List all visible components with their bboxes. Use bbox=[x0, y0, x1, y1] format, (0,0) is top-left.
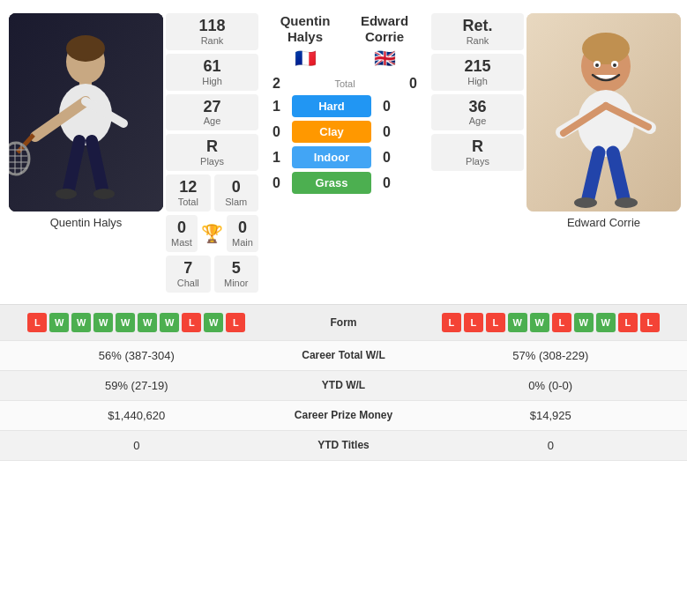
left-plays-val: R bbox=[168, 138, 256, 156]
left-chall-val: 7 bbox=[168, 260, 208, 278]
stat-right-2: $14,925 bbox=[428, 409, 675, 422]
right-age-lbl: Age bbox=[434, 115, 521, 126]
scores-surfaces: 2 Total 0 1 Hard 0 0 Clay 0 1 Indo bbox=[261, 76, 429, 197]
left-age-val: 27 bbox=[168, 99, 256, 116]
clay-button[interactable]: Clay bbox=[292, 121, 371, 143]
right-player-name-header: Edward Corrie bbox=[345, 13, 424, 45]
left-minor-lbl: Minor bbox=[217, 278, 257, 288]
clay-row: 0 Clay 0 bbox=[261, 121, 429, 143]
left-chall-minor: 7 Chall 5 Minor bbox=[166, 256, 258, 293]
form-label: Form bbox=[260, 316, 428, 329]
form-badge-w: W bbox=[596, 313, 616, 332]
indoor-button[interactable]: Indoor bbox=[292, 146, 371, 168]
left-mast-main: 0 Mast 🏆 0 Main bbox=[166, 215, 258, 252]
right-rank-box: Ret. Rank bbox=[431, 13, 524, 50]
left-player-name-below: Quentin Halys bbox=[50, 212, 123, 232]
right-high-lbl: High bbox=[434, 76, 521, 86]
grass-button[interactable]: Grass bbox=[292, 172, 371, 194]
right-high-val: 215 bbox=[434, 58, 521, 76]
right-rank-val: Ret. bbox=[434, 18, 521, 35]
stat-right-3: 0 bbox=[428, 439, 675, 452]
left-total-val: 12 bbox=[168, 179, 208, 197]
form-badge-l: L bbox=[27, 313, 47, 332]
total-score-left: 2 bbox=[261, 76, 292, 92]
stat-left-3: 0 bbox=[13, 439, 260, 452]
form-badge-w: W bbox=[508, 313, 527, 332]
total-label: Total bbox=[292, 78, 398, 89]
grass-row: 0 Grass 0 bbox=[261, 172, 429, 194]
left-total-lbl: Total bbox=[168, 197, 208, 207]
left-chall-lbl: Chall bbox=[168, 278, 208, 288]
grass-score-right: 0 bbox=[371, 175, 402, 191]
left-rank-val: 118 bbox=[168, 18, 256, 35]
stat-center-3: YTD Titles bbox=[260, 439, 428, 451]
form-badge-l: L bbox=[618, 313, 638, 332]
svg-point-3 bbox=[66, 35, 105, 62]
left-slam-lbl: Slam bbox=[217, 197, 257, 207]
left-player-header: Quentin Halys 🇫🇷 bbox=[265, 13, 345, 71]
hard-button[interactable]: Hard bbox=[292, 95, 371, 117]
left-mast-lbl: Mast bbox=[168, 237, 195, 248]
left-minor-val: 5 bbox=[217, 260, 257, 278]
left-total-box: 12 Total bbox=[166, 174, 211, 212]
left-main-val: 0 bbox=[229, 219, 256, 237]
players-section: Quentin Halys 118 Rank 61 High 27 Age R … bbox=[0, 0, 687, 297]
right-player-name-below: Edward Corrie bbox=[567, 212, 640, 232]
total-score-right: 0 bbox=[398, 76, 429, 92]
left-rank-lbl: Rank bbox=[168, 35, 256, 46]
form-badge-l: L bbox=[226, 313, 245, 332]
right-age-val: 36 bbox=[434, 99, 521, 116]
right-plays-box: R Plays bbox=[431, 134, 524, 171]
left-high-val: 61 bbox=[168, 58, 256, 76]
stat-left-0: 56% (387-304) bbox=[13, 349, 260, 362]
stat-center-1: YTD W/L bbox=[260, 379, 428, 391]
stat-row-0: 56% (387-304) Career Total W/L 57% (308-… bbox=[0, 341, 687, 371]
stat-left-2: $1,440,620 bbox=[13, 409, 260, 422]
form-badge-l: L bbox=[182, 313, 201, 332]
form-badge-l: L bbox=[640, 313, 660, 332]
right-form: LLLWWLWWLL bbox=[428, 313, 675, 332]
left-trophy-icon: 🏆 bbox=[201, 223, 223, 244]
left-mast-box: 0 Mast bbox=[166, 215, 198, 252]
clay-score-left: 0 bbox=[261, 124, 292, 140]
form-badge-w: W bbox=[49, 313, 69, 332]
right-flag: 🇬🇧 bbox=[345, 48, 424, 69]
form-badge-l: L bbox=[486, 313, 505, 332]
right-age-box: 36 Age bbox=[431, 94, 524, 131]
left-rank-box: 118 Rank bbox=[166, 13, 258, 50]
form-badge-w: W bbox=[204, 313, 223, 332]
form-badge-w: W bbox=[116, 313, 135, 332]
form-badge-l: L bbox=[552, 313, 571, 332]
left-flag: 🇫🇷 bbox=[265, 48, 345, 69]
left-total-slam: 12 Total 0 Slam bbox=[166, 174, 258, 212]
indoor-score-right: 0 bbox=[371, 150, 402, 166]
indoor-row: 1 Indoor 0 bbox=[261, 146, 429, 168]
hard-score-left: 1 bbox=[261, 99, 292, 115]
center-header: Quentin Halys 🇫🇷 Edward Corrie 🇬🇧 bbox=[261, 13, 429, 71]
form-badge-w: W bbox=[71, 313, 91, 332]
right-mid-stats: Ret. Rank 215 High 36 Age R Plays bbox=[431, 13, 524, 171]
svg-point-36 bbox=[574, 197, 597, 208]
right-form-badges: LLLWWLWWLL bbox=[428, 313, 675, 332]
grass-score-left: 0 bbox=[261, 175, 292, 191]
left-player-photo bbox=[9, 13, 163, 212]
left-mid-stats: 118 Rank 61 High 27 Age R Plays 12 Total… bbox=[166, 13, 258, 293]
right-plays-val: R bbox=[434, 138, 521, 156]
stat-right-0: 57% (308-229) bbox=[428, 349, 675, 362]
form-badge-w: W bbox=[530, 313, 549, 332]
svg-point-11 bbox=[93, 189, 115, 199]
right-player-photo bbox=[526, 13, 681, 212]
right-player-header: Edward Corrie 🇬🇧 bbox=[345, 13, 424, 71]
hard-score-right: 0 bbox=[371, 99, 402, 115]
left-age-box: 27 Age bbox=[166, 94, 258, 131]
svg-point-27 bbox=[613, 63, 616, 67]
svg-point-23 bbox=[582, 33, 630, 64]
svg-point-26 bbox=[595, 63, 599, 67]
left-high-lbl: High bbox=[168, 76, 256, 86]
left-age-lbl: Age bbox=[168, 115, 256, 126]
left-slam-box: 0 Slam bbox=[214, 174, 259, 212]
stat-row-3: 0 YTD Titles 0 bbox=[0, 431, 687, 461]
svg-point-10 bbox=[56, 189, 77, 199]
bottom-section: LWWWWWWLWL Form LLLWWLWWLL 56% (387-304)… bbox=[0, 304, 687, 461]
right-high-box: 215 High bbox=[431, 54, 524, 91]
